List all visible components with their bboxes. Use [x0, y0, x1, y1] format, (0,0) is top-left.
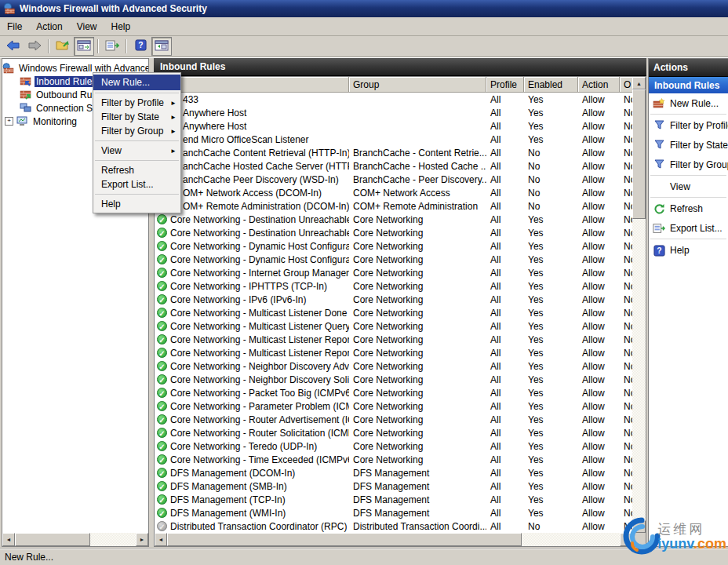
back-button[interactable]: [3, 37, 24, 56]
context-menu-item-filter-by-state[interactable]: Filter by State►: [93, 110, 180, 124]
column-header-enabled[interactable]: Enabled: [524, 77, 578, 93]
table-row[interactable]: DFS Management (DCOM-In)DFS ManagementAl…: [155, 466, 632, 479]
rules-hscrollbar[interactable]: ◄ ►: [155, 533, 632, 546]
context-menu-item-export-list-[interactable]: Export List...: [93, 177, 180, 191]
rules-vscrollbar[interactable]: ▲ ▼: [632, 77, 646, 533]
menu-action[interactable]: Action: [29, 19, 69, 35]
table-row[interactable]: DFS Management (WMI-In)DFS ManagementAll…: [155, 506, 632, 519]
rule-override: No: [620, 441, 632, 452]
table-row[interactable]: Distributed Transaction Coordinator (RPC…: [155, 519, 632, 533]
column-header-action[interactable]: Action: [578, 77, 620, 93]
forward-button[interactable]: [24, 37, 45, 56]
table-row[interactable]: Core Networking - IPHTTPS (TCP-In)Core N…: [155, 279, 632, 293]
rule-name-cell: DFS Management (TCP-In): [155, 494, 349, 505]
action-item-view[interactable]: View: [649, 177, 728, 196]
table-row[interactable]: Core Networking - Destination Unreachabl…: [155, 213, 632, 226]
menu-view[interactable]: View: [70, 19, 104, 35]
scroll-thumb[interactable]: [15, 533, 90, 546]
tree-hscrollbar[interactable]: ◄ ►: [2, 533, 148, 546]
rule-action: Allow: [578, 228, 620, 239]
folder-up-button[interactable]: [53, 37, 73, 56]
scroll-right-icon[interactable]: ►: [136, 533, 148, 546]
column-header-o[interactable]: O: [620, 77, 632, 93]
table-row[interactable]: DFS Management (TCP-In)DFS ManagementAll…: [155, 493, 632, 506]
toolbar: ?: [0, 36, 728, 57]
context-menu-item-new-rule-[interactable]: New Rule...: [93, 75, 180, 90]
table-row[interactable]: anchCache Peer Discovery (WSD-In)BranchC…: [155, 173, 632, 186]
actions-separator: [650, 175, 726, 176]
rule-profile: All: [486, 108, 524, 118]
column-header-group[interactable]: Group: [349, 77, 486, 93]
scroll-thumb[interactable]: [632, 89, 646, 219]
scroll-left-icon[interactable]: ◄: [2, 533, 15, 546]
column-header-profile[interactable]: Profile: [486, 77, 524, 93]
table-row[interactable]: Core Networking - Dynamic Host Configura…: [155, 253, 632, 266]
table-row[interactable]: OM+ Remote Administration (DCOM-In)COM+ …: [155, 199, 632, 213]
menu-help[interactable]: Help: [104, 19, 138, 35]
table-row[interactable]: Core Networking - Neighbor Discovery Sol…: [155, 373, 632, 386]
table-row[interactable]: Core Networking - Dynamic Host Configura…: [155, 239, 632, 253]
table-row[interactable]: Core Networking - Router Advertisement (…: [155, 413, 632, 426]
context-menu-item-filter-by-profile[interactable]: Filter by Profile►: [93, 96, 180, 110]
table-row[interactable]: Core Networking - Teredo (UDP-In)Core Ne…: [155, 439, 632, 453]
table-row[interactable]: Core Networking - Neighbor Discovery Adv…: [155, 359, 632, 373]
export-list-button[interactable]: [102, 37, 122, 56]
table-row[interactable]: Core Networking - Router Solicitation (I…: [155, 426, 632, 439]
action-item-filter-by-state[interactable]: Filter by State: [649, 135, 728, 155]
rule-override: No: [620, 428, 632, 439]
table-row[interactable]: DFS Management (SMB-In)DFS ManagementAll…: [155, 479, 632, 493]
rule-action: Allow: [578, 148, 620, 159]
table-row[interactable]: 433AllYesAllowNo: [155, 93, 632, 106]
menu-file[interactable]: File: [0, 19, 29, 35]
table-row[interactable]: Anywhere HostAllYesAllowNo: [155, 106, 632, 119]
table-row[interactable]: Core Networking - Multicast Listener Rep…: [155, 333, 632, 346]
rule-name-cell: end Micro OfficeScan Listener: [155, 134, 349, 145]
table-row[interactable]: Core Networking - Multicast Listener Rep…: [155, 346, 632, 359]
rule-profile: All: [486, 294, 524, 305]
table-row[interactable]: Core Networking - Destination Unreachabl…: [155, 226, 632, 239]
context-menu-item-view[interactable]: View►: [93, 144, 180, 158]
table-row[interactable]: Core Networking - Multicast Listener Don…: [155, 306, 632, 319]
rule-action: Allow: [578, 428, 620, 439]
rule-group: Core Networking: [349, 361, 486, 372]
tree-item-label: Inbound Rules: [35, 76, 98, 87]
rule-action: Allow: [578, 481, 620, 492]
table-row[interactable]: anchCache Content Retrieval (HTTP-In)Bra…: [155, 146, 632, 159]
rule-override: No: [620, 121, 632, 132]
action-pane-button[interactable]: [151, 37, 172, 56]
help-button[interactable]: ?: [130, 37, 151, 56]
context-menu-item-help[interactable]: Help: [93, 197, 180, 211]
context-menu-item-refresh[interactable]: Refresh: [93, 163, 180, 177]
table-row[interactable]: Anywhere HostAllYesAllowNo: [155, 119, 632, 133]
tree-item-label: Connection Se: [35, 103, 100, 114]
firewall-app-icon: [3, 2, 16, 15]
action-item-refresh[interactable]: Refresh: [649, 199, 728, 218]
action-item-help[interactable]: ?Help: [649, 240, 728, 260]
table-row[interactable]: Core Networking - Packet Too Big (ICMPv6…: [155, 386, 632, 399]
action-item-export-list-[interactable]: Export List...: [649, 218, 728, 238]
action-item-new-rule-[interactable]: New Rule...: [649, 93, 728, 113]
action-item-label: Filter by Group: [670, 159, 728, 170]
rule-name: Core Networking - Teredo (UDP-In): [170, 441, 317, 452]
table-row[interactable]: OM+ Network Access (DCOM-In)COM+ Network…: [155, 186, 632, 199]
action-item-filter-by-group[interactable]: Filter by Group: [649, 155, 728, 174]
table-row[interactable]: Core Networking - Parameter Problem (ICM…: [155, 399, 632, 413]
table-row[interactable]: anchCache Hosted Cache Server (HTTP-In)B…: [155, 159, 632, 173]
context-menu-item-filter-by-group[interactable]: Filter by Group►: [93, 124, 180, 138]
rule-group: BranchCache - Hosted Cache ...: [349, 161, 486, 172]
rule-enabled: Yes: [524, 228, 578, 239]
expand-icon[interactable]: +: [5, 117, 13, 126]
table-row[interactable]: Core Networking - Multicast Listener Que…: [155, 319, 632, 333]
scroll-up-icon[interactable]: ▲: [632, 77, 646, 89]
column-header-name[interactable]: [155, 77, 349, 93]
console-tree-button[interactable]: [74, 37, 94, 56]
table-row[interactable]: end Micro OfficeScan ListenerAllYesAllow…: [155, 133, 632, 146]
scroll-thumb[interactable]: [167, 533, 522, 546]
table-row[interactable]: Core Networking - IPv6 (IPv6-In)Core Net…: [155, 293, 632, 306]
table-row[interactable]: Core Networking - Internet Group Managem…: [155, 266, 632, 279]
inbound-icon: [20, 76, 31, 87]
table-row[interactable]: Core Networking - Time Exceeded (ICMPv6-…: [155, 453, 632, 466]
scroll-left-icon[interactable]: ◄: [155, 533, 167, 546]
action-item-filter-by-profile[interactable]: Filter by Profile: [649, 115, 728, 135]
rule-group: COM+ Network Access: [349, 188, 486, 199]
